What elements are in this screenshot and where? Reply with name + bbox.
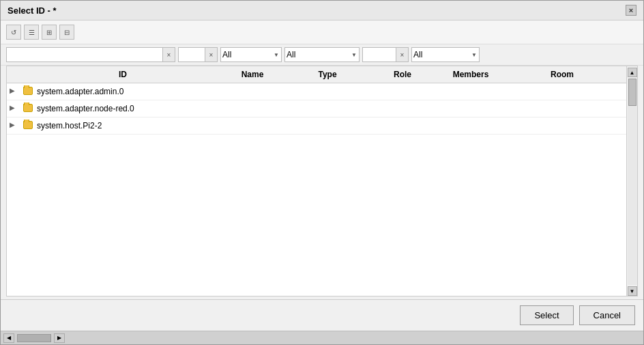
scroll-thumb[interactable]: [628, 79, 636, 106]
id-filter-clear[interactable]: ×: [163, 47, 175, 62]
row-type-cell: [293, 85, 362, 98]
row-room-cell: [498, 85, 626, 98]
bottom-scrollbar: ◀ ▶: [1, 331, 643, 344]
close-button[interactable]: ×: [626, 5, 636, 16]
row-folder-icon: [20, 120, 34, 132]
row-members-cell: [443, 85, 498, 98]
row-name-cell: [211, 85, 293, 98]
toolbar: ↺ ☰ ⊞ ⊟: [1, 20, 643, 44]
table-row[interactable]: ▶ system.host.Pi2-2: [7, 118, 626, 135]
header-icon: [20, 68, 34, 81]
row-role-cell: [362, 120, 443, 132]
row-id-cell: system.adapter.admin.0: [34, 85, 211, 98]
expand-button[interactable]: ⊞: [42, 25, 57, 40]
dialog-titlebar: Select ID - * ×: [1, 1, 643, 20]
horizontal-scroll-thumb[interactable]: [17, 334, 51, 342]
row-type-cell: [293, 102, 362, 115]
row-members-cell: [443, 102, 498, 115]
header-id: ID: [34, 68, 211, 81]
row-id-cell: system.host.Pi2-2: [34, 120, 211, 132]
table-row[interactable]: ▶ system.adapter.node-red.0: [7, 100, 626, 118]
row-name-cell: [211, 120, 293, 132]
header-role: Role: [362, 68, 443, 81]
name-filter-clear[interactable]: ×: [205, 47, 218, 62]
row-folder-icon: [20, 85, 34, 98]
table-scroll[interactable]: ID Name Type Role Members Room ▶ system.…: [7, 66, 626, 296]
row-role-cell: [362, 85, 443, 98]
id-filter-input[interactable]: [6, 47, 163, 62]
select-button[interactable]: Select: [520, 305, 573, 325]
scroll-up-btn[interactable]: ▲: [628, 68, 637, 77]
filter-row: × × All All: [1, 44, 643, 66]
header-room: Room: [498, 68, 626, 81]
table-container: ID Name Type Role Members Room ▶ system.…: [6, 66, 638, 296]
header-name: Name: [211, 68, 293, 81]
row-name-cell: [211, 102, 293, 115]
scroll-left-btn[interactable]: ◀: [3, 333, 14, 343]
row-expand-icon: ▶: [7, 120, 20, 132]
header-expand: [7, 68, 20, 81]
header-type: Type: [293, 68, 362, 81]
scroll-right-btn[interactable]: ▶: [54, 333, 65, 343]
list-button[interactable]: ☰: [24, 25, 39, 40]
dialog-title: Select ID - *: [8, 5, 57, 16]
members-filter-clear[interactable]: ×: [396, 47, 409, 62]
scrollbar[interactable]: ▲ ▼: [626, 66, 637, 296]
dialog-content: ↺ ☰ ⊞ ⊟ × × All: [1, 20, 643, 299]
row-room-cell: [498, 102, 626, 115]
row-members-cell: [443, 120, 498, 132]
row-type-cell: [293, 120, 362, 132]
table-row[interactable]: ▶ system.adapter.admin.0: [7, 83, 626, 100]
table-header: ID Name Type Role Members Room: [7, 66, 626, 83]
scroll-down-btn[interactable]: ▼: [628, 286, 637, 296]
collapse-button[interactable]: ⊟: [59, 25, 74, 40]
row-expand-icon: ▶: [7, 85, 20, 98]
row-folder-icon: [20, 102, 34, 115]
type-filter-select[interactable]: All: [220, 47, 282, 62]
row-id-cell: system.adapter.node-red.0: [34, 102, 211, 115]
header-members: Members: [443, 68, 498, 81]
row-role-cell: [362, 102, 443, 115]
scroll-track: [628, 79, 637, 285]
role-filter-select[interactable]: All: [284, 47, 360, 62]
name-filter-input[interactable]: [178, 47, 205, 62]
members-filter-input[interactable]: [362, 47, 396, 62]
select-id-dialog: Select ID - * × ↺ ☰ ⊞ ⊟ × × All: [0, 0, 644, 345]
refresh-button[interactable]: ↺: [6, 25, 21, 40]
room-filter-select[interactable]: All: [411, 47, 480, 62]
dialog-footer: Select Cancel: [1, 299, 643, 331]
row-room-cell: [498, 120, 626, 132]
row-expand-icon: ▶: [7, 102, 20, 115]
cancel-button[interactable]: Cancel: [579, 305, 635, 325]
